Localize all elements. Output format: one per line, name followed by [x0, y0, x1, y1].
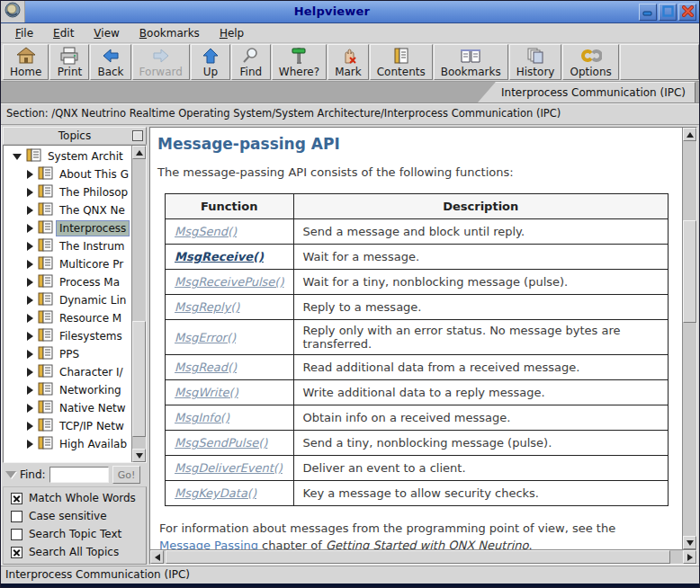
content-scroll-right-icon[interactable] — [683, 550, 696, 564]
collapsed-triangle-icon[interactable] — [27, 368, 33, 377]
tree-scroll-up-icon[interactable] — [132, 146, 146, 159]
tree-item-the-instrum[interactable]: The Instrum — [4, 237, 131, 255]
checked-checkbox-icon[interactable] — [11, 493, 22, 504]
minimize-button[interactable] — [639, 4, 657, 21]
document-body: Message-passing API The message-passing … — [150, 128, 682, 549]
where-button[interactable]: Where? — [272, 44, 327, 80]
function-link-msgkeydata[interactable]: MsgKeyData() — [175, 486, 256, 500]
up-button[interactable]: Up — [191, 44, 230, 80]
content-vertical-scrollbar[interactable] — [682, 128, 696, 549]
unchecked-checkbox-icon[interactable] — [11, 511, 22, 522]
collapsed-triangle-icon[interactable] — [27, 242, 33, 251]
function-link-msgreceive[interactable]: MsgReceive() — [175, 250, 264, 263]
window-menu-button[interactable] — [1, 1, 25, 22]
tree-item-networking[interactable]: Networking — [4, 381, 131, 399]
menu-help[interactable]: Help — [214, 25, 256, 41]
detach-panel-icon[interactable] — [132, 130, 143, 141]
tree-item-dynamic-lin[interactable]: Dynamic Lin — [4, 291, 131, 309]
function-link-msgread[interactable]: MsgRead() — [175, 361, 237, 374]
tree-item-character-i[interactable]: Character I/ — [4, 363, 131, 381]
table-row: MsgReceive()Wait for a message. — [166, 245, 669, 270]
collapsed-triangle-icon[interactable] — [27, 260, 33, 269]
find-button[interactable]: Find — [231, 44, 271, 80]
table-row: MsgWrite()Write additional data to a rep… — [166, 380, 669, 405]
tree-item-pps[interactable]: PPS — [4, 345, 131, 363]
function-link-msgdeliverevent[interactable]: MsgDeliverEvent() — [175, 461, 283, 475]
tree-scroll-down-icon[interactable] — [132, 449, 146, 462]
menu-bookmarks[interactable]: Bookmarks — [134, 25, 212, 41]
search-icon — [241, 47, 261, 65]
tree-item-process-ma[interactable]: Process Ma — [4, 273, 131, 291]
menu-bar: FileEditViewBookmarksHelp — [1, 23, 699, 43]
tree-item-the-qnx-ne[interactable]: The QNX Ne — [4, 201, 131, 219]
unchecked-checkbox-icon[interactable] — [11, 529, 22, 540]
checked-checkbox-icon[interactable] — [11, 547, 22, 558]
tree-item-about-this-g[interactable]: About This G — [4, 165, 131, 183]
find-input[interactable] — [49, 467, 109, 483]
content-horizontal-scrollbar[interactable] — [150, 549, 696, 564]
collapsed-triangle-icon[interactable] — [27, 350, 33, 359]
collapsed-triangle-icon[interactable] — [27, 296, 33, 305]
checkbox-search-topic-text[interactable]: Search Topic Text — [11, 528, 142, 540]
collapsed-triangle-icon[interactable] — [27, 224, 33, 233]
tree-item-interprocess[interactable]: Interprocess — [4, 219, 131, 237]
tree-item-multicore-pr[interactable]: Multicore Pr — [4, 255, 131, 273]
checkbox-case-sensitive[interactable]: Case sensitive — [11, 510, 142, 522]
collapsed-triangle-icon[interactable] — [27, 314, 33, 323]
function-link-msgwrite[interactable]: MsgWrite() — [175, 386, 238, 399]
function-link-msgsendpulse[interactable]: MsgSendPulse() — [175, 436, 267, 450]
collapsed-triangle-icon[interactable] — [27, 440, 33, 449]
tab-interprocess-communication[interactable]: Interprocess Communication (IPC) — [478, 82, 696, 102]
tree-item-resource-m[interactable]: Resource M — [4, 309, 131, 327]
history-button[interactable]: History — [509, 44, 562, 80]
tree-item-the-philosop[interactable]: The Philosop — [4, 183, 131, 201]
content-scroll-left-icon[interactable] — [150, 550, 164, 564]
function-cell: MsgInfo() — [166, 405, 294, 431]
function-link-msginfo[interactable]: MsgInfo() — [175, 411, 229, 424]
tree-item-high-availab[interactable]: High Availab — [4, 435, 131, 453]
find-go-button[interactable]: Go! — [112, 466, 141, 484]
menu-edit[interactable]: Edit — [48, 25, 86, 41]
function-link-msgreceivepulse[interactable]: MsgReceivePulse() — [175, 275, 284, 289]
contents-button[interactable]: Contents — [370, 44, 433, 80]
collapsed-triangle-icon[interactable] — [27, 206, 33, 215]
collapsed-triangle-icon[interactable] — [27, 188, 33, 197]
title-bar[interactable]: Helpviewer — [1, 1, 699, 23]
message-passing-link[interactable]: Message Passing — [159, 539, 258, 549]
minimize-icon — [642, 4, 653, 21]
close-button[interactable] — [678, 4, 696, 21]
tree-scroll-thumb[interactable] — [132, 321, 146, 437]
maximize-button[interactable] — [659, 4, 677, 21]
expanded-triangle-icon[interactable] — [13, 154, 22, 160]
content-scroll-thumb[interactable] — [683, 220, 696, 323]
collapse-find-icon[interactable] — [5, 471, 16, 478]
collapsed-triangle-icon[interactable] — [27, 278, 33, 287]
home-button[interactable]: Home — [3, 44, 49, 80]
menu-file[interactable]: File — [10, 25, 46, 41]
collapsed-triangle-icon[interactable] — [27, 404, 33, 413]
function-link-msgreply[interactable]: MsgReply() — [175, 300, 239, 314]
collapsed-triangle-icon[interactable] — [27, 386, 33, 395]
checkbox-match-whole-words[interactable]: Match Whole Words — [11, 492, 142, 504]
options-button[interactable]: Options — [562, 44, 618, 80]
function-link-msgsend[interactable]: MsgSend() — [175, 225, 237, 238]
tree-item-tcp-ip-netw[interactable]: TCP/IP Netw — [4, 417, 131, 435]
mark-button[interactable]: Mark — [328, 44, 369, 80]
checkbox-search-all-topics[interactable]: Search All Topics — [11, 546, 142, 558]
tree-item-system-archit[interactable]: System Archit — [4, 147, 131, 165]
tree-scrollbar[interactable] — [131, 146, 146, 462]
collapsed-triangle-icon[interactable] — [27, 422, 33, 431]
back-button[interactable]: Back — [90, 44, 130, 80]
bookmarks-button[interactable]: Bookmarks — [434, 44, 508, 80]
content-hscroll-thumb[interactable] — [166, 550, 670, 564]
print-button[interactable]: Print — [49, 44, 89, 80]
function-link-msgerror[interactable]: MsgError() — [175, 331, 236, 344]
table-row: MsgRead()Read additional data from a rec… — [166, 355, 669, 380]
collapsed-triangle-icon[interactable] — [27, 332, 33, 341]
content-scroll-down-icon[interactable] — [683, 536, 696, 549]
tree-item-native-netw[interactable]: Native Netw — [4, 399, 131, 417]
collapsed-triangle-icon[interactable] — [27, 170, 33, 179]
tree-item-filesystems[interactable]: Filesystems — [4, 327, 131, 345]
content-scroll-up-icon[interactable] — [683, 128, 696, 141]
menu-view[interactable]: View — [88, 25, 131, 41]
